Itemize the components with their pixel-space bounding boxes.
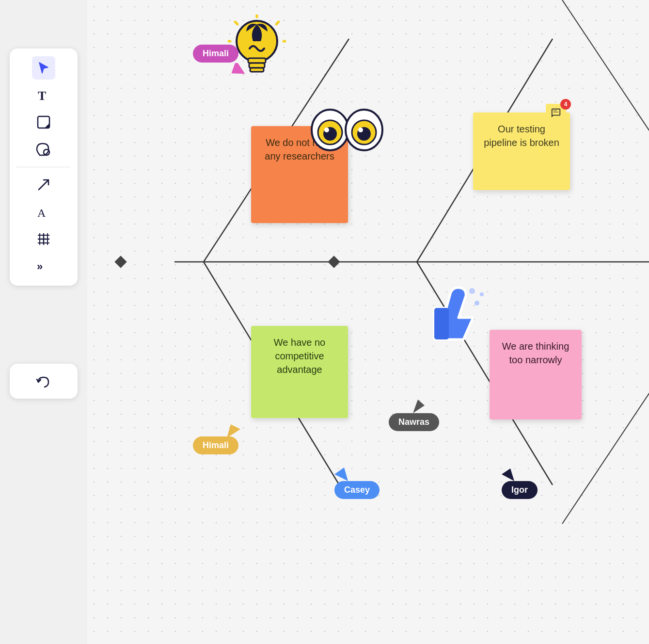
shape-icon: [36, 143, 51, 156]
sticky-icon: [37, 115, 50, 129]
svg-rect-16: [250, 68, 264, 72]
svg-line-10: [235, 22, 237, 24]
svg-point-28: [469, 288, 475, 294]
arrow-icon: [37, 178, 50, 192]
canvas-area[interactable]: We do not have any researchers 4 Our tes…: [87, 0, 649, 644]
svg-point-23: [324, 128, 329, 132]
undo-button[interactable]: [32, 370, 55, 393]
more-tool[interactable]: »: [32, 255, 55, 278]
svg-line-37: [39, 180, 48, 190]
font-icon: A: [37, 205, 50, 219]
eyes-sticker: [308, 106, 386, 161]
svg-point-26: [475, 301, 479, 306]
svg-rect-25: [434, 308, 449, 339]
svg-point-27: [480, 292, 484, 296]
svg-point-24: [358, 128, 363, 132]
sticky-note-yellow[interactable]: 4 Our testing pipeline is broken: [473, 113, 570, 190]
sticky-note-pink[interactable]: We are thinking too narrowly: [490, 330, 582, 419]
shape-tool[interactable]: [32, 138, 55, 161]
himali-bottom-arrow: [227, 424, 240, 438]
more-icon: »: [37, 261, 50, 271]
svg-text:»: »: [37, 261, 43, 271]
arrow-tool[interactable]: [32, 173, 55, 196]
svg-marker-30: [227, 424, 240, 438]
svg-marker-33: [502, 468, 514, 481]
thumbsup-svg: [420, 269, 488, 347]
svg-text:A: A: [37, 207, 46, 219]
sticky-note-green[interactable]: We have no competitive advantage: [251, 326, 348, 418]
comment-badge[interactable]: 4: [546, 104, 566, 122]
sticky-tool[interactable]: [32, 111, 55, 134]
svg-line-5: [562, 0, 649, 262]
nawras-arrow: [413, 400, 425, 413]
casey-arrow: [334, 467, 348, 481]
cursor-tool[interactable]: [32, 56, 55, 80]
text-icon: T: [37, 88, 50, 102]
cursor-icon: [38, 61, 49, 75]
svg-marker-29: [232, 63, 246, 78]
toolbar-divider-1: [16, 167, 71, 167]
svg-marker-31: [334, 467, 348, 481]
frame-tool[interactable]: [32, 227, 55, 251]
thumbsup-sticker: [420, 269, 488, 353]
comment-icon: [551, 108, 561, 118]
himali-top-arrow: [232, 63, 246, 78]
diamond-node-left: [114, 256, 127, 268]
text-tool[interactable]: T: [32, 83, 55, 107]
eyes-svg: [308, 106, 386, 154]
toolbar: T A: [10, 48, 78, 286]
undo-toolbar: [10, 364, 78, 399]
font-tool[interactable]: A: [32, 200, 55, 224]
svg-marker-32: [413, 400, 425, 413]
igor-arrow: [502, 468, 514, 481]
undo-icon: [36, 374, 51, 388]
diamond-node-right: [328, 256, 340, 268]
frame-icon: [37, 232, 50, 246]
svg-text:T: T: [38, 89, 46, 102]
svg-line-11: [276, 22, 279, 24]
